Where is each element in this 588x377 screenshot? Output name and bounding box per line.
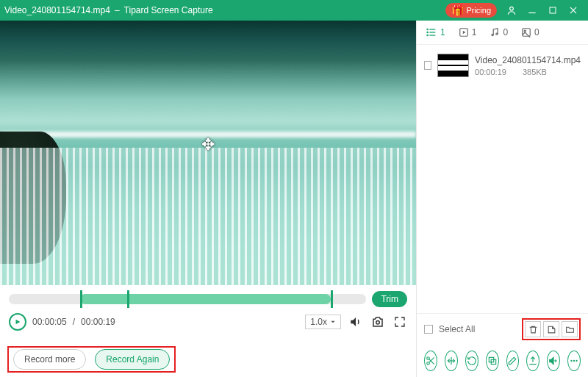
file-checkbox[interactable]	[424, 61, 431, 70]
tab-video-count: 1	[472, 27, 477, 37]
time-current: 00:00:05	[32, 317, 67, 327]
file-item[interactable]: Video_240801154714.mp4 00:00:19 385KB	[424, 51, 581, 80]
export-icon	[528, 356, 538, 366]
tab-audio[interactable]: 0	[490, 27, 508, 37]
svg-point-16	[524, 30, 526, 32]
play-button[interactable]	[9, 313, 26, 331]
svg-point-5	[376, 321, 380, 325]
title-separator: –	[115, 5, 120, 15]
split-button[interactable]	[445, 351, 458, 371]
gift-icon: 🎁	[451, 4, 464, 16]
time-total: 00:00:19	[81, 317, 115, 327]
svg-point-0	[510, 7, 514, 10]
title-filename: Video_240801154714.mp4	[4, 5, 110, 15]
share-icon	[547, 325, 556, 334]
fullscreen-button[interactable]	[392, 315, 407, 329]
file-actions-group	[522, 318, 581, 340]
volume-button[interactable]	[348, 315, 363, 329]
cut-button[interactable]	[424, 351, 437, 371]
pricing-badge[interactable]: 🎁 Pricing	[445, 3, 497, 18]
move-cursor-icon: ✥	[201, 135, 215, 154]
title-appname: Tipard Screen Capture	[124, 5, 213, 15]
svg-rect-15	[523, 29, 531, 37]
export-button[interactable]	[526, 351, 539, 371]
speaker-plus-icon	[548, 356, 559, 366]
maximize-button[interactable]	[542, 0, 563, 21]
svg-point-29	[576, 360, 577, 362]
tab-audio-count: 0	[503, 27, 508, 37]
chevron-down-icon	[330, 319, 336, 325]
list-icon	[426, 26, 437, 38]
file-thumbnail[interactable]	[437, 54, 469, 77]
record-buttons-group: Record more Record Again	[7, 346, 176, 373]
tab-video[interactable]: 1	[459, 27, 477, 37]
titlebar: Video_240801154714.mp4 – Tipard Screen C…	[0, 0, 588, 21]
svg-point-10	[427, 32, 428, 32]
copy-button[interactable]	[486, 351, 499, 371]
more-button[interactable]	[567, 351, 581, 371]
tab-image-count: 0	[534, 27, 539, 37]
svg-point-28	[573, 360, 575, 362]
video-preview[interactable]: ✥	[0, 21, 416, 285]
speed-selector[interactable]: 1.0x	[305, 315, 341, 329]
trim-handle-end[interactable]	[331, 290, 333, 308]
volume-edit-button[interactable]	[547, 351, 560, 371]
svg-point-14	[496, 33, 498, 35]
music-icon	[490, 27, 500, 37]
media-tabs: 1 1 0 0	[417, 21, 588, 45]
svg-point-27	[570, 360, 572, 362]
trim-button[interactable]: Trim	[372, 291, 407, 307]
svg-point-17	[427, 357, 430, 360]
tab-list[interactable]: 1	[426, 26, 445, 38]
open-folder-button[interactable]	[562, 321, 578, 337]
rotate-button[interactable]	[465, 351, 478, 371]
delete-button[interactable]	[525, 321, 541, 337]
pricing-label: Pricing	[466, 6, 491, 15]
file-size: 385KB	[523, 68, 547, 76]
video-icon	[459, 27, 469, 37]
svg-point-18	[427, 362, 430, 365]
svg-point-9	[427, 29, 428, 29]
snapshot-button[interactable]	[370, 315, 385, 329]
speed-value: 1.0x	[310, 317, 327, 327]
folder-icon	[565, 325, 575, 334]
close-button[interactable]	[563, 0, 584, 21]
select-all-label: Select All	[439, 324, 475, 334]
edit-toolbar	[417, 345, 588, 377]
trim-playhead[interactable]	[127, 290, 129, 308]
split-icon	[446, 356, 456, 366]
file-name: Video_240801154714.mp4	[475, 55, 581, 65]
tab-list-count: 1	[440, 27, 445, 37]
trash-icon	[528, 325, 538, 334]
share-button[interactable]	[543, 321, 559, 337]
edit-button[interactable]	[506, 351, 520, 371]
trim-track[interactable]	[9, 294, 366, 304]
svg-point-11	[427, 35, 428, 35]
tab-image[interactable]: 0	[521, 27, 539, 37]
rotate-icon	[467, 356, 477, 366]
image-icon	[521, 27, 531, 37]
scissors-icon	[426, 356, 436, 366]
copy-icon	[487, 356, 498, 366]
record-more-button[interactable]: Record more	[13, 349, 86, 370]
svg-rect-2	[550, 7, 556, 13]
record-again-button[interactable]: Record Again	[95, 349, 170, 370]
account-button[interactable]	[501, 0, 522, 21]
file-list: Video_240801154714.mp4 00:00:19 385KB	[417, 45, 588, 313]
trim-handle-start[interactable]	[80, 290, 82, 308]
edit-icon	[507, 356, 517, 366]
more-icon	[569, 356, 579, 366]
minimize-button[interactable]	[522, 0, 542, 21]
svg-point-13	[492, 34, 493, 35]
select-all-checkbox[interactable]	[424, 325, 433, 334]
file-duration: 00:00:19	[475, 68, 506, 76]
